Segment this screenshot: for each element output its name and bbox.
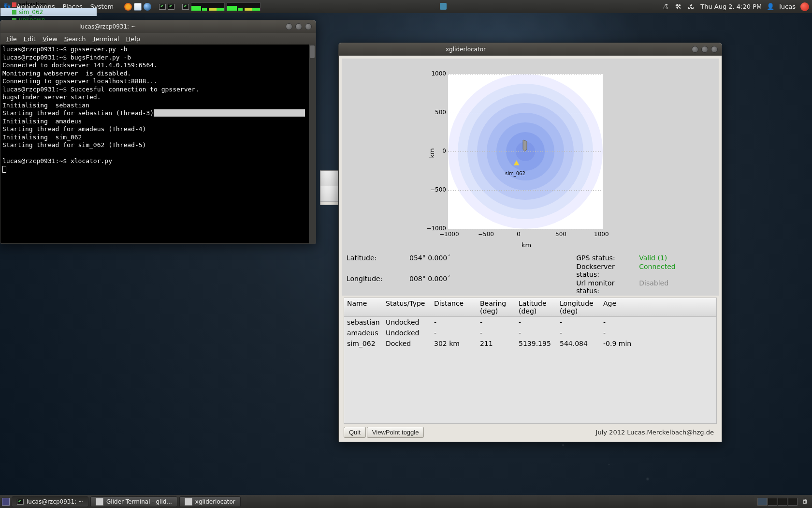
col-header[interactable]: Status/Type [386,299,434,315]
clock[interactable]: Thu Aug 2, 4:20 PM [700,3,762,10]
shutdown-icon[interactable] [800,2,809,11]
menu-help[interactable]: Help [123,35,143,43]
email-icon[interactable] [134,3,142,11]
maximize-button[interactable] [701,46,708,53]
table-row[interactable]: amadeusUndocked----- [344,328,716,338]
close-button[interactable] [711,46,718,53]
terminal-launcher-2-icon[interactable] [168,4,174,10]
ylabel: km [428,148,435,158]
col-header[interactable]: Age [603,299,647,315]
bottom-panel: lucas@rzcp0931: ~ Glider Terminal - glid… [0,495,812,508]
col-header[interactable]: Name [347,299,386,315]
cpu-graph[interactable] [191,2,225,11]
terminal-menubar: File Edit View Search Terminal Help [0,33,316,45]
locator-chart[interactable]: sim_062 −1000−50005001000−1000−500050010… [342,59,719,252]
lat-value: 054° 0.000´ [409,254,450,274]
minimize-button[interactable] [286,23,292,30]
update-available-icon[interactable] [440,3,448,11]
lat-label: Latitude: [347,254,409,274]
gps-label: GPS status: [576,254,639,262]
url-value: Disabled [639,279,675,295]
menu-terminal[interactable]: Terminal [90,35,122,43]
workspace-switcher[interactable] [757,498,798,506]
viewpoint-toggle-button[interactable]: ViewPoint toggle [367,427,424,438]
globe-icon[interactable] [144,3,151,11]
table-row[interactable]: sebastianUndocked----- [344,317,716,328]
user-icon: 👤 [767,3,774,11]
menu-file[interactable]: File [3,35,20,43]
credit-text: July 2012 Lucas.Merckelbach@hzg.de [596,429,717,436]
glider-label: sim_062 [505,171,525,176]
tree-node-sebastian[interactable]: sebastian [0,0,97,8]
xlabel: km [522,241,531,249]
top-panel: 👣 Applications Places System 🖨 🛠 🖧 Thu A… [0,0,812,13]
net-graph[interactable] [227,2,261,11]
terminal-window: lucas@rzcp0931: ~ File Edit View Search … [0,20,316,244]
lon-label: Longitude: [347,275,409,295]
printer-icon[interactable]: 🖨 [663,3,670,11]
maximize-button[interactable] [295,23,302,30]
menu-edit[interactable]: Edit [21,35,39,43]
show-desktop-icon[interactable] [2,498,10,506]
network-icon[interactable]: 🖧 [688,3,696,11]
status-row: Latitude: 054° 0.000´ Longitude: 008° 0.… [342,252,719,296]
background-window-fragment [320,170,338,205]
minimize-button[interactable] [692,46,698,53]
task-glider-terminal[interactable]: Glider Terminal - glid... [90,496,177,507]
task-terminal[interactable]: lucas@rzcp0931: ~ [12,496,88,507]
glider-table[interactable]: NameStatus/TypeDistanceBearing (deg)Lati… [344,298,717,424]
xgl-title: xgliderlocator [446,46,486,53]
task-xgliderlocator[interactable]: xgliderlocator [179,496,241,507]
terminal-title: lucas@rzcp0931: ~ [79,23,136,30]
menu-view[interactable]: View [40,35,60,43]
lon-value: 008° 0.000´ [409,275,450,295]
close-button[interactable] [305,23,312,30]
firefox-icon[interactable] [124,3,132,11]
tool-icon[interactable]: 🛠 [675,3,683,11]
user-name[interactable]: lucas [779,3,796,10]
col-header[interactable]: Bearing (deg) [480,299,519,315]
terminal-launcher-1-icon[interactable] [159,4,166,10]
terminal-body[interactable]: lucas@rzcp0931:~$ gpsserver.py -b lucas@… [0,45,316,243]
tree-node-sim062[interactable]: sim_062 [0,8,97,16]
terminal-scrollbar[interactable] [309,45,316,243]
xgl-titlebar[interactable]: xgliderlocator [339,43,722,56]
gps-value: Valid (1) [639,254,675,262]
terminal-titlebar[interactable]: lucas@rzcp0931: ~ [0,20,316,33]
trash-icon[interactable]: 🗑 [802,498,810,506]
dock-value: Connected [639,263,675,278]
col-header[interactable]: Longitude (deg) [560,299,603,315]
terminal-launcher-3-icon[interactable] [182,4,189,10]
svg-marker-0 [523,140,527,151]
menu-search[interactable]: Search [61,35,89,43]
col-header[interactable]: Distance [434,299,480,315]
col-header[interactable]: Latitude (deg) [519,299,560,315]
dock-label: Dockserver status: [576,263,639,278]
xgliderlocator-window: xgliderlocator sim_062 −1000−50005001000… [338,43,722,442]
url-label: Url monitor status: [576,279,639,295]
table-row[interactable]: sim_062Docked302 km2115139.195544.084-0.… [344,338,716,349]
quit-button[interactable]: Quit [344,427,366,438]
